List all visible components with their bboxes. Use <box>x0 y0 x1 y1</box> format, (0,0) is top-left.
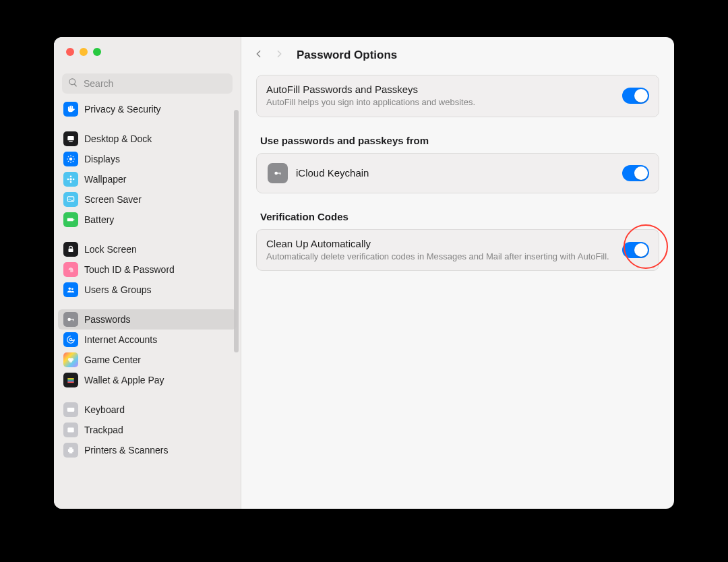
sidebar-item-battery[interactable]: Battery <box>58 210 237 230</box>
svg-point-15 <box>73 179 75 181</box>
sidebar-item-screen-saver[interactable]: Screen Saver <box>58 189 237 210</box>
svg-point-12 <box>70 176 72 178</box>
close-window-button[interactable] <box>66 48 74 56</box>
svg-rect-1 <box>69 142 73 142</box>
svg-rect-0 <box>67 136 73 140</box>
svg-rect-30 <box>67 379 73 381</box>
svg-point-20 <box>69 288 71 290</box>
main-header: Password Options <box>241 37 674 73</box>
svg-point-2 <box>69 158 73 161</box>
keychain-card: iCloud Keychain <box>256 153 659 193</box>
sidebar-item-label: Trackpad <box>84 425 123 435</box>
sidebar-item-trackpad[interactable]: Trackpad <box>58 420 237 440</box>
settings-window: Privacy & Security Desktop & Dock Displa… <box>54 37 674 509</box>
key-icon <box>63 312 78 327</box>
svg-rect-24 <box>73 319 73 321</box>
autofill-title: AutoFill Passwords and Passkeys <box>266 84 614 95</box>
svg-rect-16 <box>67 197 73 201</box>
hand-icon <box>63 102 78 117</box>
back-button[interactable] <box>253 46 264 64</box>
sidebar-item-label: Battery <box>84 214 114 225</box>
svg-rect-33 <box>67 408 75 412</box>
svg-rect-40 <box>280 173 280 175</box>
forward-button[interactable] <box>274 46 284 64</box>
sidebar-item-label: Wallet & Apple Pay <box>84 375 164 385</box>
lock-icon <box>63 242 78 257</box>
svg-rect-32 <box>67 381 73 383</box>
sidebar-item-internet-accounts[interactable]: Internet Accounts <box>58 330 237 350</box>
sidebar-item-label: Screen Saver <box>84 194 142 205</box>
svg-rect-36 <box>69 447 73 449</box>
printer-icon <box>63 443 78 458</box>
sidebar-item-label: Wallpaper <box>84 174 127 185</box>
sun-icon <box>63 152 78 166</box>
svg-point-14 <box>67 179 69 181</box>
sidebar-item-wallet-apple-pay[interactable]: Wallet & Apple Pay <box>58 370 237 390</box>
sidebar-item-label: Displays <box>84 154 120 164</box>
battery-icon <box>63 212 78 227</box>
svg-line-9 <box>68 161 69 162</box>
page-title: Password Options <box>297 49 397 62</box>
cleanup-subtitle: Automatically delete verification codes … <box>266 251 614 263</box>
search-icon <box>68 77 78 90</box>
sidebar-list: Privacy & Security Desktop & Dock Displa… <box>54 98 241 509</box>
svg-point-38 <box>274 171 278 175</box>
sidebar-item-users-groups[interactable]: Users & Groups <box>58 280 237 300</box>
search-input[interactable] <box>62 73 233 94</box>
sidebar-scrollbar[interactable] <box>234 110 239 352</box>
content: AutoFill Passwords and Passkeys AutoFill… <box>241 73 674 284</box>
svg-point-11 <box>69 178 72 181</box>
svg-rect-17 <box>67 218 73 222</box>
sidebar-item-printers-scanners[interactable]: Printers & Scanners <box>58 440 237 460</box>
sidebar-item-lock-screen[interactable]: Lock Screen <box>58 239 237 259</box>
sidebar-item-label: Keyboard <box>84 404 125 415</box>
minimize-window-button[interactable] <box>80 48 88 56</box>
sidebar-item-label: Desktop & Dock <box>84 133 152 144</box>
window-controls <box>54 37 241 68</box>
svg-rect-19 <box>69 249 73 252</box>
cleanup-card: Clean Up Automatically Automatically del… <box>256 229 659 272</box>
sidebar-item-label: Users & Groups <box>84 284 152 295</box>
svg-rect-37 <box>69 451 73 454</box>
sidebar-item-label: Passwords <box>84 314 130 325</box>
autofill-toggle[interactable] <box>622 88 649 104</box>
sidebar-item-displays[interactable]: Displays <box>58 149 237 169</box>
verification-section-title: Verification Codes <box>260 211 658 222</box>
autofill-subtitle: AutoFill helps you sign into application… <box>266 96 614 108</box>
svg-rect-18 <box>73 219 74 220</box>
fingerprint-icon <box>63 262 78 277</box>
sidebar-item-touchid-password[interactable]: Touch ID & Password <box>58 259 237 280</box>
svg-point-22 <box>67 318 71 321</box>
keychain-label: iCloud Keychain <box>296 167 369 179</box>
svg-point-13 <box>70 181 72 183</box>
sources-section-title: Use passwords and passkeys from <box>260 135 658 146</box>
gamecenter-icon <box>63 352 78 367</box>
sidebar-item-label: Privacy & Security <box>84 104 161 115</box>
screensaver-icon <box>63 192 78 207</box>
sidebar-item-passwords[interactable]: Passwords <box>58 309 237 330</box>
search-field[interactable] <box>82 77 226 90</box>
sidebar-item-desktop-dock[interactable]: Desktop & Dock <box>58 129 237 149</box>
dock-icon <box>63 131 78 146</box>
svg-rect-31 <box>67 381 73 382</box>
svg-point-28 <box>69 359 73 363</box>
sidebar-item-keyboard[interactable]: Keyboard <box>58 400 237 420</box>
svg-line-7 <box>68 156 69 157</box>
keychain-toggle[interactable] <box>622 165 649 181</box>
cleanup-title: Clean Up Automatically <box>266 238 614 249</box>
sidebar-item-game-center[interactable]: Game Center <box>58 350 237 370</box>
sidebar-item-wallpaper[interactable]: Wallpaper <box>58 169 237 189</box>
sidebar-item-privacy-security[interactable]: Privacy & Security <box>58 99 237 119</box>
svg-line-10 <box>73 156 73 157</box>
zoom-window-button[interactable] <box>93 48 101 56</box>
autofill-card: AutoFill Passwords and Passkeys AutoFill… <box>256 75 659 117</box>
cleanup-toggle[interactable] <box>622 242 649 258</box>
sidebar: Privacy & Security Desktop & Dock Displa… <box>54 37 241 509</box>
people-icon <box>63 282 78 297</box>
svg-rect-34 <box>67 428 73 433</box>
main-panel: Password Options AutoFill Passwords and … <box>241 37 674 509</box>
keyboard-icon <box>63 402 78 417</box>
sidebar-item-label: Lock Screen <box>84 244 137 255</box>
flower-icon <box>63 172 78 187</box>
sidebar-item-label: Touch ID & Password <box>84 264 175 275</box>
